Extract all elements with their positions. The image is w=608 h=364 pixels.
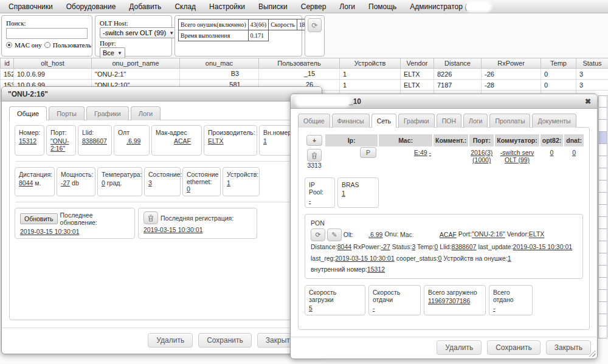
tab-general[interactable]: Общие bbox=[298, 114, 330, 128]
strip-cell[interactable] bbox=[598, 241, 607, 253]
menu-item-invoices[interactable]: Выписки bbox=[258, 2, 288, 11]
close-button[interactable]: Закрыть bbox=[546, 340, 591, 355]
user-radio[interactable] bbox=[44, 42, 50, 48]
search-input[interactable] bbox=[6, 28, 88, 39]
chevron-down-icon: ▼ bbox=[169, 30, 174, 36]
tab-network[interactable]: Сеть bbox=[371, 114, 396, 128]
refresh-icon: ⟳ bbox=[315, 229, 320, 241]
col-status[interactable]: Status bbox=[576, 58, 608, 69]
cell-distance: 8226 bbox=[434, 69, 482, 80]
stats-onu-value: 43(66) bbox=[248, 19, 269, 30]
col-user[interactable]: Пользователь bbox=[259, 58, 340, 69]
col-vendor[interactable]: Vendor bbox=[401, 58, 434, 69]
tab-general[interactable]: Общие bbox=[9, 106, 47, 120]
last-reg-value[interactable]: 2019-03-15 10:30:01 bbox=[143, 226, 203, 233]
refresh-icon: ⟳ bbox=[311, 21, 317, 30]
menu-item-server[interactable]: Сервер bbox=[301, 2, 326, 11]
col-id[interactable]: id bbox=[1, 58, 14, 69]
user-dialog-titlebar[interactable]: _10 ✖ bbox=[291, 94, 597, 109]
trash-icon bbox=[148, 215, 154, 222]
tab-logs[interactable]: Логи bbox=[463, 114, 488, 128]
menu-item-equipment[interactable]: Оборудование bbox=[66, 2, 116, 11]
ping-button[interactable]: P bbox=[360, 147, 376, 158]
strip-cell[interactable] bbox=[598, 205, 607, 217]
strip-cell[interactable] bbox=[598, 217, 607, 229]
save-button[interactable]: Сохранить bbox=[198, 333, 252, 348]
delete-button[interactable]: Удалить bbox=[148, 333, 193, 348]
tab-pon[interactable]: ПОН bbox=[437, 114, 461, 128]
port-label: Порт: bbox=[100, 39, 116, 47]
tab-documents[interactable]: Документы bbox=[532, 114, 576, 128]
col-mac: Mac: bbox=[379, 134, 432, 146]
col-distance[interactable]: Distance bbox=[434, 58, 482, 69]
strip-cell[interactable] bbox=[598, 180, 607, 193]
strip-cell[interactable] bbox=[598, 278, 607, 290]
tab-logs[interactable]: Логи bbox=[131, 106, 161, 120]
field-port: Порт: "ONU-2:16" bbox=[46, 125, 76, 156]
col-temp[interactable]: Temp bbox=[541, 58, 576, 69]
delete-button[interactable]: Удалить bbox=[437, 340, 482, 355]
menu-item-references[interactable]: Справочники bbox=[9, 2, 53, 11]
onu-general-panel: Номер: 15312 Порт: "ONU-2:16" Llid: 8388… bbox=[9, 120, 314, 320]
redacted-username bbox=[467, 3, 490, 10]
strip-cell[interactable] bbox=[598, 229, 607, 241]
stats-time-label: Время выполнения bbox=[179, 30, 249, 41]
ip-table-row: 3313 P E:49 - 2016(3) (1000) bbox=[305, 147, 584, 171]
tab-charts[interactable]: Графики bbox=[398, 114, 435, 128]
col-onu-mac[interactable]: onu_mac bbox=[180, 58, 259, 69]
strip-cell[interactable] bbox=[598, 326, 607, 338]
strip-cell[interactable] bbox=[598, 290, 607, 302]
strip-cell[interactable] bbox=[598, 302, 607, 314]
cell-mac: E:49 - bbox=[379, 147, 432, 171]
onu-dialog-titlebar[interactable]: "ONU-2:16" bbox=[2, 87, 322, 101]
strip-cell[interactable] bbox=[598, 120, 607, 132]
side-strip bbox=[598, 95, 607, 338]
trash-button[interactable] bbox=[143, 211, 158, 224]
col-olt-host[interactable]: olt_host bbox=[14, 58, 92, 69]
cell-temp: 0 bbox=[541, 69, 576, 80]
menu-item-add[interactable]: Добавить bbox=[129, 2, 161, 11]
tab-ports[interactable]: Порты bbox=[49, 106, 85, 120]
strip-cell[interactable] bbox=[598, 193, 607, 205]
field-olt: Олт .6.99 bbox=[114, 125, 150, 156]
port-select[interactable]: Все ▼ bbox=[100, 47, 125, 58]
menu-item-logs[interactable]: Логи bbox=[339, 2, 355, 11]
strip-cell[interactable] bbox=[598, 168, 607, 180]
trash-button[interactable] bbox=[307, 149, 322, 162]
ip-table-header: + Ip: Mac: Коммент.: Порт: Коммутатор: o… bbox=[305, 134, 584, 146]
last-update-value[interactable]: 2019-03-15 10:30:01 bbox=[20, 228, 80, 235]
user-menu[interactable]: Администратор ( bbox=[410, 2, 490, 11]
field-state-ethernet: Состояние ethernet: 0 bbox=[182, 167, 221, 196]
menu-item-warehouse[interactable]: Склад bbox=[174, 2, 196, 11]
tab-finance[interactable]: Финансы bbox=[332, 114, 370, 128]
menu-item-settings[interactable]: Настройки bbox=[209, 2, 245, 11]
col-rxpower[interactable]: RxPower bbox=[482, 58, 541, 69]
strip-cell[interactable] bbox=[598, 132, 607, 144]
refresh-button[interactable]: ⟳ bbox=[308, 18, 322, 32]
strip-cell[interactable] bbox=[598, 156, 607, 168]
menu-item-help[interactable]: Помощь bbox=[368, 2, 396, 11]
col-onu-port-name[interactable]: onu_port_name bbox=[92, 58, 180, 69]
tab-payments[interactable]: Проплаты bbox=[489, 114, 530, 128]
col-devices[interactable]: Устройств bbox=[340, 58, 401, 69]
mac-onu-radio[interactable] bbox=[6, 42, 12, 48]
tab-charts[interactable]: Графики bbox=[86, 106, 129, 120]
close-icon[interactable]: ✖ bbox=[585, 97, 591, 106]
strip-cell[interactable] bbox=[598, 314, 607, 326]
cell-port: 2016(3) (1000) bbox=[469, 147, 494, 171]
last-update-label: Последнее обновление: bbox=[60, 211, 130, 226]
strip-cell[interactable] bbox=[598, 95, 607, 108]
divider bbox=[16, 202, 308, 202]
pon-refresh-button[interactable]: ⟳ bbox=[311, 228, 325, 241]
strip-cell[interactable] bbox=[598, 253, 607, 266]
strip-cell[interactable] bbox=[598, 144, 607, 156]
olt-host-select[interactable]: -switch serv OLT (99) ▼ bbox=[100, 27, 177, 38]
strip-cell[interactable] bbox=[598, 108, 607, 120]
save-button[interactable]: Сохранить bbox=[487, 340, 541, 355]
table-row[interactable]: 152 10.0.6.99 "ONU-2:1" B3 _15 1 ELTX 82… bbox=[1, 69, 608, 80]
pon-edit-button[interactable]: ✎ bbox=[327, 228, 342, 241]
add-ip-button[interactable]: + bbox=[306, 135, 322, 146]
update-button[interactable]: Обновить bbox=[20, 213, 58, 224]
strip-cell[interactable] bbox=[598, 266, 607, 278]
search-panel: Поиск: MAC ону Пользователь bbox=[1, 15, 92, 57]
